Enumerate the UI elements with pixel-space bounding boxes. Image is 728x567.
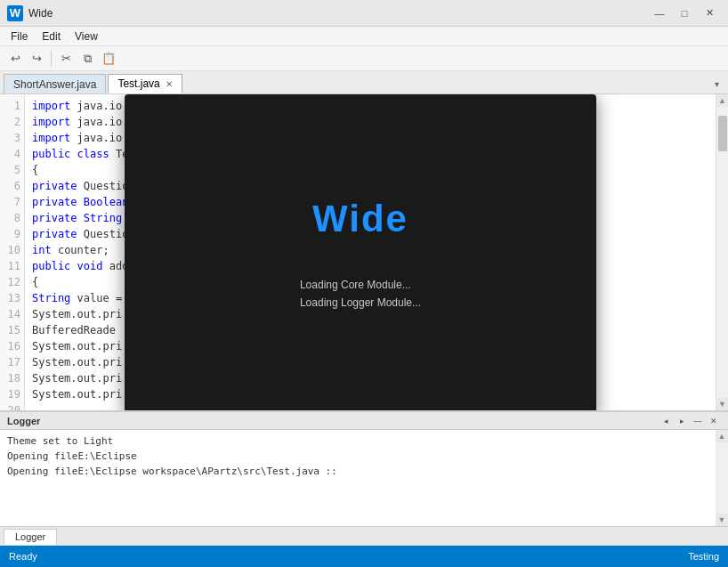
logger-scroll-up[interactable]: ▲	[716, 430, 728, 442]
maximize-button[interactable]: □	[673, 4, 696, 22]
splash-overlay: Wide Loading Core Module... Loading Logg…	[125, 94, 596, 410]
close-button[interactable]: ✕	[698, 4, 721, 22]
app-icon: W	[7, 5, 23, 21]
scroll-up-button[interactable]: ▲	[716, 94, 729, 107]
menu-bar: File Edit View	[0, 27, 728, 46]
logger-close-button[interactable]: ✕	[707, 414, 721, 428]
redo-button[interactable]: ↪	[27, 49, 46, 69]
tab-close-icon[interactable]: ✕	[166, 79, 173, 89]
logger-scrollbar-track[interactable]	[716, 442, 728, 514]
title-bar: W Wide — □ ✕	[0, 0, 728, 27]
minimize-button[interactable]: —	[648, 4, 671, 22]
toolbar-separator	[51, 51, 52, 67]
cut-button[interactable]: ✂	[56, 49, 76, 69]
logger-message-2: Opening fileE:\Eclipse	[7, 449, 708, 464]
menu-file[interactable]: File	[4, 28, 35, 45]
logger-message-1: Theme set to Light	[7, 433, 708, 449]
main-content: 1234567891011121314151617181920 import j…	[0, 94, 728, 526]
splash-line-2: Loading Logger Module...	[300, 294, 421, 312]
editor-area: 1234567891011121314151617181920 import j…	[0, 94, 728, 410]
scroll-down-button[interactable]: ▼	[716, 398, 729, 410]
tab-testjava[interactable]: Test.java ✕	[108, 74, 182, 93]
undo-button[interactable]: ↩	[5, 49, 25, 69]
logger-header: Logger ◂ ▸ — ✕	[0, 412, 728, 430]
window-controls: — □ ✕	[648, 4, 721, 22]
splash-loading: Loading Core Module... Loading Logger Mo…	[300, 276, 421, 312]
logger-panel: Logger ◂ ▸ — ✕ Theme set to Light Openin…	[0, 410, 728, 526]
logger-scroll-right[interactable]: ▸	[675, 414, 689, 428]
paste-button[interactable]: 📋	[99, 49, 118, 69]
tabs-scroll-button[interactable]: ▾	[708, 74, 724, 93]
app-title: Wide	[28, 7, 648, 20]
status-bar: Ready Testing	[0, 546, 728, 567]
splash-line-1: Loading Core Module...	[300, 276, 421, 294]
status-ready: Ready	[9, 551, 37, 562]
toolbar: ↩ ↪ ✂ ⧉ 📋	[0, 46, 728, 71]
menu-edit[interactable]: Edit	[35, 28, 68, 45]
menu-view[interactable]: View	[68, 28, 105, 45]
copy-button[interactable]: ⧉	[77, 49, 97, 69]
logger-minimize-button[interactable]: —	[691, 414, 705, 428]
line-numbers: 1234567891011121314151617181920	[0, 94, 25, 410]
tabs-bar: ShortAnswer.java Test.java ✕ ▾	[0, 71, 728, 94]
bottom-tabs: Logger	[0, 526, 728, 546]
logger-scroll-left[interactable]: ◂	[659, 414, 673, 428]
bottom-tab-logger[interactable]: Logger	[4, 529, 57, 545]
logger-scrollbar: ▲ ▼	[716, 430, 728, 526]
logger-message-3: Opening fileE:\Eclipse workspace\APartz\…	[7, 464, 708, 479]
scrollbar-track[interactable]	[716, 107, 728, 398]
scrollbar-thumb[interactable]	[718, 116, 727, 151]
logger-panel-controls: ◂ ▸ — ✕	[659, 414, 721, 428]
logger-panel-title: Logger	[7, 416, 40, 426]
logger-content: Theme set to Light Opening fileE:\Eclips…	[0, 430, 716, 526]
logger-scroll-down[interactable]: ▼	[716, 514, 728, 526]
tab-shortanswer[interactable]: ShortAnswer.java	[4, 74, 106, 93]
editor-scrollbar: ▲ ▼	[716, 94, 728, 410]
status-testing: Testing	[688, 551, 719, 562]
splash-title: Wide	[312, 198, 408, 240]
